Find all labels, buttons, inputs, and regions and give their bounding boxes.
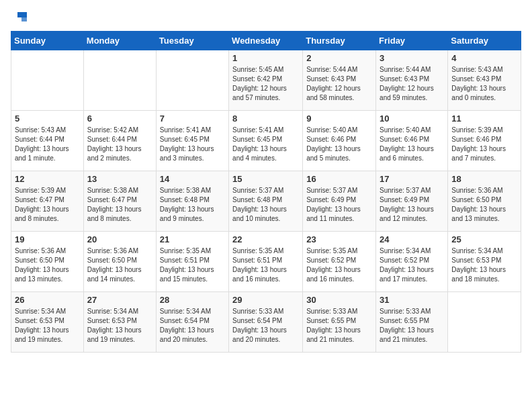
day-info: Sunrise: 5:38 AM Sunset: 6:47 PM Dayligh…: [87, 186, 152, 224]
day-number: 31: [380, 295, 444, 305]
calendar-cell: 15Sunrise: 5:37 AM Sunset: 6:48 PM Dayli…: [229, 171, 303, 232]
day-number: 2: [306, 53, 372, 63]
day-number: 26: [15, 295, 80, 305]
day-number: 5: [15, 113, 80, 124]
day-number: 27: [87, 295, 152, 305]
day-number: 18: [451, 174, 517, 184]
day-info: Sunrise: 5:45 AM Sunset: 6:42 PM Dayligh…: [232, 65, 299, 103]
calendar-week-row: 1Sunrise: 5:45 AM Sunset: 6:42 PM Daylig…: [11, 50, 521, 111]
calendar-cell: 14Sunrise: 5:38 AM Sunset: 6:48 PM Dayli…: [156, 171, 228, 232]
day-info: Sunrise: 5:34 AM Sunset: 6:52 PM Dayligh…: [380, 246, 444, 284]
calendar-cell: 9Sunrise: 5:40 AM Sunset: 6:46 PM Daylig…: [303, 111, 376, 171]
day-info: Sunrise: 5:33 AM Sunset: 6:54 PM Dayligh…: [232, 307, 299, 345]
calendar-cell: 24Sunrise: 5:34 AM Sunset: 6:52 PM Dayli…: [376, 232, 448, 292]
day-number: 20: [87, 234, 152, 244]
day-number: 21: [160, 234, 225, 244]
calendar-cell: 17Sunrise: 5:37 AM Sunset: 6:49 PM Dayli…: [376, 171, 448, 232]
calendar-header-row: SundayMondayTuesdayWednesdayThursdayFrid…: [11, 32, 521, 50]
calendar-cell: 31Sunrise: 5:33 AM Sunset: 6:55 PM Dayli…: [376, 292, 448, 353]
day-number: 15: [232, 174, 299, 184]
day-number: 16: [306, 174, 372, 184]
calendar-cell: 4Sunrise: 5:43 AM Sunset: 6:43 PM Daylig…: [448, 50, 521, 111]
svg-marker-0: [17, 12, 27, 17]
day-number: 10: [380, 113, 444, 124]
calendar-cell: [448, 292, 521, 353]
calendar-cell: 10Sunrise: 5:40 AM Sunset: 6:46 PM Dayli…: [376, 111, 448, 171]
day-info: Sunrise: 5:36 AM Sunset: 6:50 PM Dayligh…: [451, 186, 517, 224]
calendar-cell: 25Sunrise: 5:34 AM Sunset: 6:53 PM Dayli…: [448, 232, 521, 292]
column-header-friday: Friday: [376, 32, 448, 50]
day-number: 1: [232, 53, 299, 63]
day-number: 8: [232, 113, 299, 124]
day-number: 28: [160, 295, 225, 305]
day-number: 11: [451, 113, 517, 124]
day-number: 24: [380, 234, 444, 244]
day-number: 25: [451, 234, 517, 244]
day-info: Sunrise: 5:34 AM Sunset: 6:54 PM Dayligh…: [160, 307, 225, 345]
day-number: 22: [232, 234, 299, 244]
calendar-cell: 13Sunrise: 5:38 AM Sunset: 6:47 PM Dayli…: [83, 171, 156, 232]
day-number: 9: [306, 113, 372, 124]
day-info: Sunrise: 5:33 AM Sunset: 6:55 PM Dayligh…: [380, 307, 444, 345]
calendar-cell: [156, 50, 228, 111]
day-number: 12: [15, 174, 80, 184]
day-info: Sunrise: 5:41 AM Sunset: 6:45 PM Dayligh…: [160, 126, 225, 163]
svg-marker-1: [21, 17, 27, 21]
calendar-cell: 16Sunrise: 5:37 AM Sunset: 6:49 PM Dayli…: [303, 171, 376, 232]
calendar-cell: 5Sunrise: 5:43 AM Sunset: 6:44 PM Daylig…: [11, 111, 84, 171]
day-info: Sunrise: 5:37 AM Sunset: 6:48 PM Dayligh…: [232, 186, 299, 224]
day-number: 14: [160, 174, 225, 184]
day-number: 13: [87, 174, 152, 184]
day-info: Sunrise: 5:33 AM Sunset: 6:55 PM Dayligh…: [306, 307, 372, 345]
day-info: Sunrise: 5:34 AM Sunset: 6:53 PM Dayligh…: [15, 307, 80, 345]
calendar-cell: 12Sunrise: 5:39 AM Sunset: 6:47 PM Dayli…: [11, 171, 84, 232]
day-info: Sunrise: 5:40 AM Sunset: 6:46 PM Dayligh…: [380, 126, 444, 163]
calendar-cell: 7Sunrise: 5:41 AM Sunset: 6:45 PM Daylig…: [156, 111, 228, 171]
day-info: Sunrise: 5:37 AM Sunset: 6:49 PM Dayligh…: [380, 186, 444, 224]
day-number: 17: [380, 174, 444, 184]
day-info: Sunrise: 5:44 AM Sunset: 6:43 PM Dayligh…: [306, 65, 372, 103]
day-info: Sunrise: 5:40 AM Sunset: 6:46 PM Dayligh…: [306, 126, 372, 163]
day-info: Sunrise: 5:34 AM Sunset: 6:53 PM Dayligh…: [451, 246, 517, 284]
column-header-monday: Monday: [83, 32, 156, 50]
calendar-cell: 8Sunrise: 5:41 AM Sunset: 6:45 PM Daylig…: [229, 111, 303, 171]
day-info: Sunrise: 5:36 AM Sunset: 6:50 PM Dayligh…: [87, 246, 152, 284]
calendar-cell: 27Sunrise: 5:34 AM Sunset: 6:53 PM Dayli…: [83, 292, 156, 353]
day-number: 6: [87, 113, 152, 124]
day-info: Sunrise: 5:43 AM Sunset: 6:43 PM Dayligh…: [451, 65, 517, 103]
calendar-cell: 23Sunrise: 5:35 AM Sunset: 6:52 PM Dayli…: [303, 232, 376, 292]
day-number: 29: [232, 295, 299, 305]
day-info: Sunrise: 5:38 AM Sunset: 6:48 PM Dayligh…: [160, 186, 225, 224]
day-number: 3: [380, 53, 444, 63]
day-number: 30: [306, 295, 372, 305]
column-header-thursday: Thursday: [303, 32, 376, 50]
page-header: [11, 11, 521, 23]
day-number: 7: [160, 113, 225, 124]
calendar-cell: 20Sunrise: 5:36 AM Sunset: 6:50 PM Dayli…: [83, 232, 156, 292]
day-info: Sunrise: 5:35 AM Sunset: 6:51 PM Dayligh…: [232, 246, 299, 284]
day-info: Sunrise: 5:37 AM Sunset: 6:49 PM Dayligh…: [306, 186, 372, 224]
day-info: Sunrise: 5:35 AM Sunset: 6:51 PM Dayligh…: [160, 246, 225, 284]
column-header-sunday: Sunday: [11, 32, 84, 50]
calendar-cell: 29Sunrise: 5:33 AM Sunset: 6:54 PM Dayli…: [229, 292, 303, 353]
column-header-tuesday: Tuesday: [156, 32, 228, 50]
day-info: Sunrise: 5:39 AM Sunset: 6:47 PM Dayligh…: [15, 186, 80, 224]
calendar-table: SundayMondayTuesdayWednesdayThursdayFrid…: [11, 31, 521, 353]
column-header-saturday: Saturday: [448, 32, 521, 50]
logo-icon: [12, 11, 28, 23]
day-info: Sunrise: 5:35 AM Sunset: 6:52 PM Dayligh…: [306, 246, 372, 284]
day-info: Sunrise: 5:43 AM Sunset: 6:44 PM Dayligh…: [15, 126, 80, 163]
calendar-cell: 21Sunrise: 5:35 AM Sunset: 6:51 PM Dayli…: [156, 232, 228, 292]
calendar-cell: 26Sunrise: 5:34 AM Sunset: 6:53 PM Dayli…: [11, 292, 84, 353]
calendar-cell: 1Sunrise: 5:45 AM Sunset: 6:42 PM Daylig…: [229, 50, 303, 111]
calendar-cell: 30Sunrise: 5:33 AM Sunset: 6:55 PM Dayli…: [303, 292, 376, 353]
calendar-week-row: 19Sunrise: 5:36 AM Sunset: 6:50 PM Dayli…: [11, 232, 521, 292]
logo: [11, 11, 28, 23]
calendar-cell: 3Sunrise: 5:44 AM Sunset: 6:43 PM Daylig…: [376, 50, 448, 111]
day-info: Sunrise: 5:42 AM Sunset: 6:44 PM Dayligh…: [87, 126, 152, 163]
calendar-week-row: 12Sunrise: 5:39 AM Sunset: 6:47 PM Dayli…: [11, 171, 521, 232]
calendar-cell: 28Sunrise: 5:34 AM Sunset: 6:54 PM Dayli…: [156, 292, 228, 353]
day-number: 23: [306, 234, 372, 244]
calendar-week-row: 5Sunrise: 5:43 AM Sunset: 6:44 PM Daylig…: [11, 111, 521, 171]
column-header-wednesday: Wednesday: [229, 32, 303, 50]
